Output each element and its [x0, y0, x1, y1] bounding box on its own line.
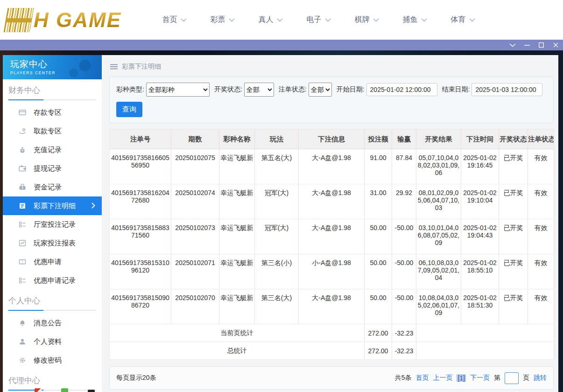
table-row: 401569173581531096120 20250102071 幸运飞艇新 …: [110, 254, 554, 289]
sidebar-item-hall-bet-record[interactable]: 厅室投注记录: [3, 215, 102, 234]
window-dropdown-button[interactable]: [505, 40, 520, 50]
promo-record-icon: [18, 277, 27, 284]
page-bet-total: 272.00: [365, 324, 392, 342]
funds-record-icon: ¥: [18, 183, 27, 191]
section-title-agent: 代理中心: [8, 375, 96, 386]
nav-item-fishing[interactable]: 捕鱼: [391, 15, 439, 25]
hamburger-menu-icon[interactable]: [110, 64, 118, 70]
prev-page-link[interactable]: 上一页: [433, 374, 452, 382]
sidebar-subtitle: PLAYERS CENTER: [10, 70, 102, 75]
top-navbar: H GAME 首页 彩票 真人 电子 棋牌 捕鱼 体育: [0, 0, 563, 40]
player-report-icon: [18, 239, 27, 247]
table-row: 401569173581588371560 20250102073 幸运飞艇新 …: [110, 219, 554, 254]
page-jump-input[interactable]: [505, 372, 519, 384]
svg-text:¥: ¥: [21, 149, 23, 152]
sidebar-item-withdraw[interactable]: 取款专区: [3, 122, 102, 140]
search-button[interactable]: 查询: [116, 102, 142, 117]
filter-panel: 彩种类型: 全部彩种 开奖状态: 全部 注单状态: 全部 开始日期: 结束日期:…: [109, 77, 554, 123]
sidebar-item-withdrawal-record[interactable]: 提现记录: [3, 159, 102, 178]
draw-status-select[interactable]: 全部: [244, 83, 274, 97]
maximize-icon: [539, 42, 544, 48]
svg-text:¥: ¥: [21, 186, 23, 189]
nav-item-home[interactable]: 首页: [150, 15, 198, 25]
hall-bet-record-icon: [18, 221, 27, 228]
sidebar-item-deposit[interactable]: 存款专区: [3, 103, 102, 122]
withdraw-hand-icon: [18, 127, 27, 135]
table-row: 401569173581660556950 20250102075 幸运飞艇新 …: [110, 149, 554, 184]
sidebar-item-profile[interactable]: 个人资料: [3, 332, 102, 351]
grand-summary-label: 总统计: [110, 342, 365, 360]
gear-icon: [18, 357, 27, 364]
section-underline: [8, 99, 96, 100]
lottery-bet-detail-icon: [18, 202, 27, 210]
bet-status-label: 注单状态:: [279, 85, 307, 94]
sidebar-item-player-report[interactable]: 玩家投注报表: [3, 234, 102, 252]
brand-logo[interactable]: H GAME: [6, 8, 121, 32]
nav-item-live[interactable]: 真人: [246, 15, 295, 25]
window-close-button[interactable]: [549, 40, 563, 50]
chevron-down-icon: [277, 18, 283, 22]
sidebar-item-promo-apply[interactable]: 优惠申请: [3, 252, 102, 271]
first-page-link[interactable]: 首页: [415, 374, 429, 382]
sidebar-item-funds-record[interactable]: ¥ 资金记录: [3, 178, 102, 196]
chevron-down-icon: [509, 43, 516, 47]
chevron-down-icon: [181, 18, 187, 22]
bet-table: 注单号 期数 彩种名称 玩法 下注信息 投注额 输赢 开奖结果 下注时间 开奖状…: [109, 129, 554, 360]
page-winloss-total: -32.23: [392, 324, 416, 342]
sidebar-item-messages[interactable]: 消息公告: [3, 314, 102, 332]
bet-table-panel: 注单号 期数 彩种名称 玩法 下注信息 投注额 输赢 开奖结果 下注时间 开奖状…: [109, 129, 554, 360]
grand-winloss-total: -32.23: [392, 342, 416, 360]
person-icon: [18, 338, 27, 345]
grand-bet-total: 272.00: [365, 342, 392, 360]
end-date-label: 结束日期:: [442, 85, 470, 94]
next-page-link[interactable]: 下一页: [470, 374, 490, 382]
start-date-input[interactable]: [366, 83, 437, 96]
minimize-icon: [524, 45, 530, 46]
page-summary-label: 当前页统计: [110, 324, 365, 342]
page-summary-row: 当前页统计 272.00 -32.23: [110, 324, 554, 342]
bell-icon: [18, 319, 27, 327]
section-title-finance: 财务中心: [8, 85, 96, 96]
chevron-down-icon: [325, 18, 331, 22]
chevron-down-icon: [421, 18, 427, 22]
end-date-input[interactable]: [472, 83, 542, 96]
chevron-down-icon: [469, 18, 475, 22]
bet-status-select[interactable]: 全部: [309, 83, 332, 97]
cutoff-desktop-icons: [35, 388, 95, 392]
nav-item-lottery[interactable]: 彩票: [198, 15, 246, 25]
sidebar-item-recharge-record[interactable]: ¥ 充值记录: [3, 140, 102, 159]
draw-status-label: 开奖状态:: [214, 85, 242, 94]
window-maximize-button[interactable]: [534, 40, 549, 50]
jump-button[interactable]: 跳转: [534, 374, 547, 382]
nav-item-sports[interactable]: 体育: [439, 15, 487, 25]
section-underline: [8, 310, 96, 311]
start-date-label: 开始日期:: [337, 85, 365, 94]
jump-prefix-text: 第: [494, 374, 500, 382]
main-menu: 首页 彩票 真人 电子 棋牌 捕鱼 体育: [150, 15, 487, 25]
current-page-indicator: [1]: [457, 374, 466, 382]
window-minimize-button[interactable]: [520, 40, 534, 50]
content-shell: 玩家中心 PLAYERS CENTER 财务中心 存款专区 取款专区 ¥ 充值记…: [3, 55, 558, 392]
page-size-text: 每页显示20条: [116, 374, 156, 382]
lottery-type-select[interactable]: 全部彩种: [146, 83, 210, 97]
table-header-row: 注单号 期数 彩种名称 玩法 下注信息 投注额 输赢 开奖结果 下注时间 开奖状…: [110, 129, 554, 149]
nav-item-slots[interactable]: 电子: [295, 15, 343, 25]
page-title: 彩票下注明细: [122, 63, 161, 71]
chevron-down-icon: [229, 18, 235, 22]
table-row: 401569173581620472680 20250102074 幸运飞艇新 …: [110, 184, 554, 219]
nav-item-cards[interactable]: 棋牌: [343, 15, 391, 25]
section-title-personal: 个人中心: [8, 295, 96, 306]
window-titlebar: [0, 40, 563, 50]
main-content: 彩票下注明细 彩种类型: 全部彩种 开奖状态: 全部 注单状态: 全部 开始日期…: [102, 55, 558, 392]
breadcrumb: 彩票下注明细: [106, 61, 558, 73]
lottery-type-label: 彩种类型:: [116, 85, 144, 94]
sidebar-item-change-password[interactable]: 修改密码: [3, 351, 102, 370]
logo-mark-icon: [3, 8, 34, 32]
jump-suffix-text: 页: [523, 374, 529, 382]
recharge-bag-icon: ¥: [18, 146, 27, 154]
sidebar-item-lottery-bet-detail[interactable]: 彩票下注明细: [3, 196, 102, 215]
sidebar-item-promo-record[interactable]: 优惠申请记录: [3, 271, 102, 290]
total-count-text: 共5条: [395, 374, 412, 382]
grand-summary-row: 总统计 272.00 -32.23: [110, 342, 554, 360]
table-row: 401569173581509086720 20250102070 幸运飞艇新 …: [110, 289, 554, 324]
